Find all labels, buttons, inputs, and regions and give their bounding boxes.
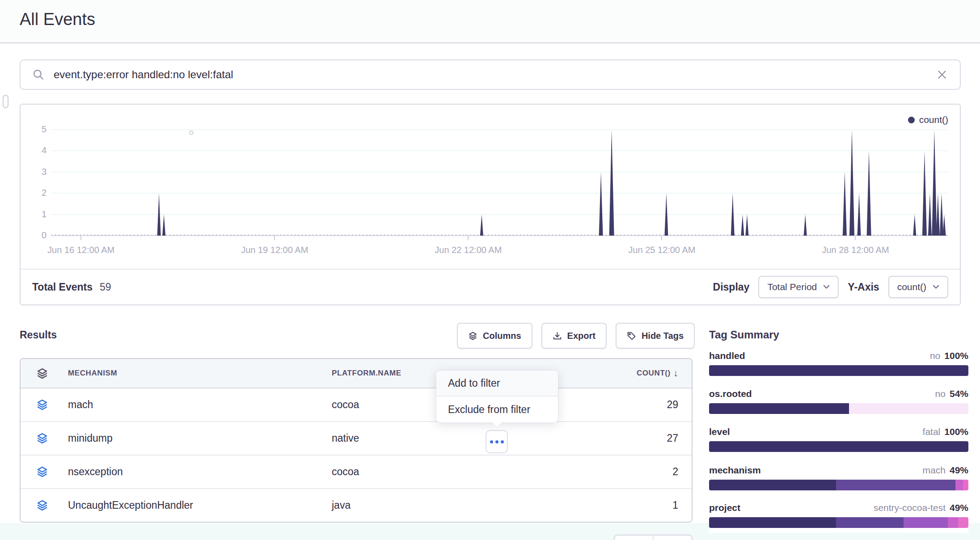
menu-item-add-to-filter[interactable]: Add to filter [436, 371, 558, 397]
cell-mechanism: nsexception [63, 466, 325, 478]
chart-footer: Total Events 59 Display Total Period Y-A… [21, 269, 960, 304]
tag-entry: mechanism mach 49% [709, 465, 968, 490]
layers-icon [468, 331, 477, 341]
search-input[interactable]: event.type:error handled:no level:fatal [54, 68, 927, 81]
results-table: MECHANISM PLATFORM.NAME COUNT() ↓ mach c… [20, 358, 693, 523]
cell-mechanism: mach [63, 399, 325, 411]
table-row[interactable]: UncaughtExceptionHandler java 1 [21, 489, 692, 522]
hide-tags-button-label: Hide Tags [642, 331, 684, 341]
cell-platform: cocoa [325, 466, 530, 478]
tag-entry: os.rooted no 54% [709, 388, 968, 414]
stack-icon[interactable] [36, 367, 48, 380]
ellipsis-icon [495, 440, 498, 443]
results-toolbar: Columns Export Hide Tags [457, 323, 695, 349]
ellipsis-icon [501, 440, 504, 443]
columns-button[interactable]: Columns [457, 323, 532, 349]
total-events-value: 59 [100, 281, 111, 293]
x-axis-tick-label: Jun 25 12:00 AM [628, 245, 695, 255]
x-axis-tick [855, 236, 856, 240]
cell-count: 27 [530, 432, 692, 444]
page-header: All Events [0, 0, 980, 43]
tag-top-percent: 100% [944, 426, 968, 437]
chart-hover-marker [189, 131, 194, 135]
y-axis-label: 4 [21, 145, 46, 156]
drag-handle [3, 95, 8, 108]
table-row[interactable]: minidump native 27 [21, 422, 692, 456]
tag-name: project [709, 502, 740, 513]
column-header-mechanism[interactable]: MECHANISM [63, 369, 325, 378]
x-axis-tick [468, 236, 469, 240]
page-title: All Events [20, 10, 95, 29]
tag-name: mechanism [709, 465, 761, 476]
display-dropdown[interactable]: Total Period [758, 276, 839, 298]
tag-top-percent: 49% [950, 502, 968, 513]
stack-icon [36, 399, 48, 411]
x-axis-tick [661, 236, 662, 240]
y-axis-label: 2 [21, 188, 46, 198]
tag-summary-heading: Tag Summary [709, 329, 779, 341]
total-events-label: Total Events [32, 281, 93, 293]
clear-search-icon[interactable] [936, 68, 948, 81]
cell-count: 2 [530, 466, 692, 478]
export-button[interactable]: Export [541, 323, 607, 349]
x-axis-tick-label: Jun 22 12:00 AM [435, 245, 502, 255]
chart-plot-area[interactable]: Jun 16 12:00 AM Jun 19 12:00 AM Jun 22 1… [51, 118, 948, 257]
tag-top-value: sentry-cocoa-test [874, 502, 946, 513]
display-label: Display [713, 281, 750, 293]
tag-icon [627, 331, 636, 341]
stack-icon [36, 432, 48, 444]
previous-page-button[interactable] [615, 536, 653, 540]
display-dropdown-value: Total Period [767, 282, 817, 292]
count-header-label: COUNT() [637, 369, 671, 378]
x-axis-tick-label: Jun 16 12:00 AM [47, 245, 114, 255]
tag-top-value: mach [923, 465, 946, 476]
chevron-down-icon [823, 285, 830, 289]
chevron-down-icon [933, 285, 939, 289]
search-bar[interactable]: event.type:error handled:no level:fatal [20, 59, 961, 90]
tag-entry: handled no 100% [709, 350, 968, 376]
table-row[interactable]: nsexception cocoa 2 [21, 456, 692, 489]
cell-actions-menu: Add to filter Exclude from filter [436, 370, 558, 423]
search-icon [32, 68, 45, 81]
hide-tags-button[interactable]: Hide Tags [616, 323, 695, 349]
y-axis-label: 5 [21, 124, 46, 135]
next-page-button[interactable] [653, 536, 692, 540]
y-axis-label: 3 [21, 167, 46, 177]
ellipsis-icon [490, 440, 493, 443]
tag-top-percent: 54% [950, 388, 968, 399]
cell-count: 1 [530, 499, 692, 511]
x-axis-tick-label: Jun 28 12:00 AM [822, 245, 889, 255]
download-icon [553, 331, 562, 341]
events-chart-card: count() 5 4 3 2 1 0 Jun 16 12:00 AM Jun … [20, 104, 961, 305]
results-heading: Results [20, 329, 57, 341]
y-axis-label: 0 [21, 230, 46, 240]
stack-icon [36, 499, 48, 511]
tag-entry: project sentry-cocoa-test 49% [709, 502, 968, 528]
tag-distribution-bar[interactable] [709, 403, 968, 414]
yaxis-dropdown[interactable]: count() [888, 276, 948, 298]
x-axis-tick [80, 236, 81, 240]
tag-summary: Tag Summary handled no 100% os.rooted no… [709, 323, 968, 533]
tag-top-percent: 100% [944, 350, 968, 361]
cell-mechanism: UncaughtExceptionHandler [63, 499, 325, 511]
tag-top-value: no [930, 350, 940, 361]
tag-entry: level fatal 100% [709, 426, 968, 452]
chart-series [51, 118, 948, 236]
pagination-buttons[interactable] [614, 535, 693, 540]
yaxis-label: Y-Axis [848, 281, 879, 293]
tag-distribution-bar[interactable] [709, 480, 968, 490]
tag-distribution-bar[interactable] [709, 365, 968, 376]
tag-distribution-bar[interactable] [709, 441, 968, 452]
cell-actions-button[interactable] [486, 430, 508, 453]
x-axis-tick [274, 236, 275, 240]
table-row[interactable]: mach cocoa 29 [21, 388, 692, 422]
tag-top-percent: 49% [950, 465, 968, 476]
export-button-label: Export [567, 331, 596, 341]
cell-mechanism: minidump [63, 432, 325, 444]
columns-button-label: Columns [483, 331, 521, 341]
tag-distribution-bar[interactable] [709, 517, 968, 528]
sort-descending-icon: ↓ [673, 368, 678, 379]
x-axis-tick-label: Jun 19 12:00 AM [241, 245, 308, 255]
tag-name: handled [709, 350, 745, 361]
stack-icon [36, 466, 48, 478]
